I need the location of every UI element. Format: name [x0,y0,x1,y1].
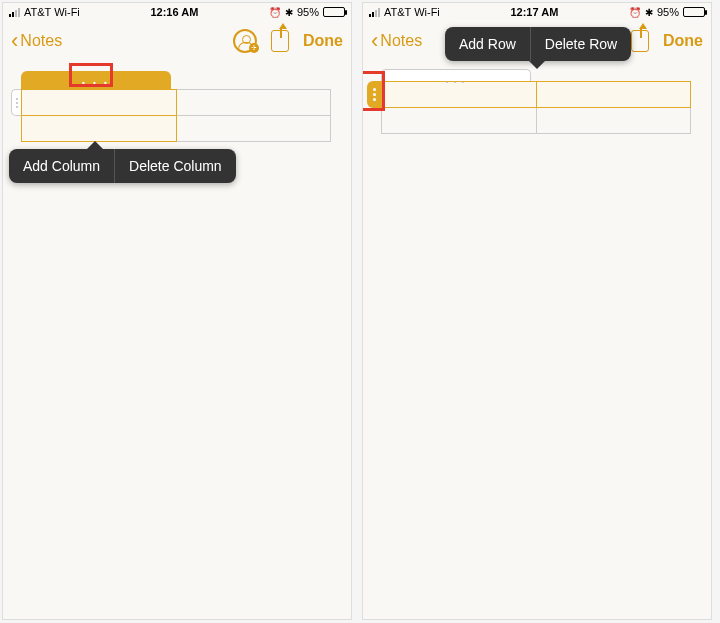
table-row [382,108,691,134]
share-icon[interactable] [271,30,289,52]
row-drag-handle[interactable] [367,81,381,108]
alarm-icon [269,6,281,18]
bluetooth-icon [285,6,293,18]
context-menu: Add Row Delete Row [445,27,631,61]
signal-icon [369,8,380,17]
add-person-icon[interactable]: + [233,29,257,53]
delete-column-button[interactable]: Delete Column [114,149,236,183]
nav-bar: ‹ Notes + Done [3,21,351,61]
clock-label: 12:16 AM [80,6,269,18]
context-menu: Add Column Delete Column [9,149,236,183]
side-by-side-container: AT&T Wi-Fi 12:16 AM 95% ‹ Notes + Done [0,0,720,623]
table-row [22,116,331,142]
battery-icon [683,7,705,17]
carrier-label: AT&T Wi-Fi [24,6,80,18]
back-button[interactable]: ‹ Notes [371,30,422,52]
row-drag-handle[interactable] [11,89,21,116]
battery-icon [323,7,345,17]
share-icon[interactable] [631,30,649,52]
battery-pct-label: 95% [297,6,319,18]
column-drag-handle[interactable] [21,71,171,89]
bluetooth-icon [645,6,653,18]
alarm-icon [629,6,641,18]
note-table[interactable] [381,81,691,134]
done-button[interactable]: Done [303,32,343,50]
phone-left: AT&T Wi-Fi 12:16 AM 95% ‹ Notes + Done [2,2,352,620]
table-row [382,82,691,108]
status-bar: AT&T Wi-Fi 12:17 AM 95% [363,3,711,21]
add-column-button[interactable]: Add Column [9,149,114,183]
back-label: Notes [380,32,422,50]
done-button[interactable]: Done [663,32,703,50]
back-label: Notes [20,32,62,50]
table-row [22,90,331,116]
signal-icon [9,8,20,17]
note-table[interactable] [21,89,331,142]
battery-pct-label: 95% [657,6,679,18]
phone-right: AT&T Wi-Fi 12:17 AM 95% ‹ Notes + Done [362,2,712,620]
carrier-label: AT&T Wi-Fi [384,6,440,18]
clock-label: 12:17 AM [440,6,629,18]
delete-row-button[interactable]: Delete Row [530,27,631,61]
chevron-left-icon: ‹ [11,30,18,52]
status-bar: AT&T Wi-Fi 12:16 AM 95% [3,3,351,21]
chevron-left-icon: ‹ [371,30,378,52]
add-row-button[interactable]: Add Row [445,27,530,61]
back-button[interactable]: ‹ Notes [11,30,62,52]
column-drag-handle[interactable] [381,69,531,81]
